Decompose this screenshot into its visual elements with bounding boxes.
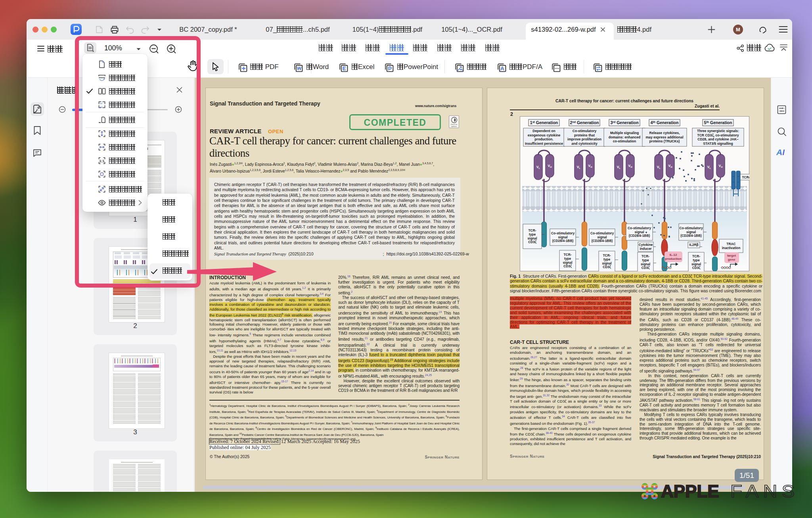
svg-text:signal: signal xyxy=(597,235,607,239)
svg-text:type: type xyxy=(564,257,571,261)
svg-text:target: target xyxy=(727,254,736,257)
svg-text:CD3ζ: CD3ζ xyxy=(603,265,611,269)
svg-text:type: type xyxy=(603,257,611,261)
svg-text:CD3ζ: CD3ζ xyxy=(563,264,572,268)
svg-text:TCRαβ: TCRαβ xyxy=(742,176,749,179)
svg-text:domains: enhanced: domains: enhanced xyxy=(609,135,641,139)
svg-text:production.: production. xyxy=(534,137,553,141)
svg-text:inducer: inducer xyxy=(640,247,652,251)
svg-text:signal: signal xyxy=(602,261,611,265)
svg-text:Cytokine: Cytokine xyxy=(639,243,653,247)
svg-text:TCR-: TCR- xyxy=(563,253,571,257)
svg-text:signal: signal xyxy=(641,262,650,266)
svg-text:CD3ζ: CD3ζ xyxy=(528,240,536,244)
svg-text:STAT3/5 signalling: STAT3/5 signalling xyxy=(703,142,733,146)
svg-text:TCR-: TCR- xyxy=(603,253,611,257)
svg-text:(CD28/4-1BB): (CD28/4-1BB) xyxy=(629,234,650,238)
svg-text:Co-stimulatory: Co-stimulatory xyxy=(551,231,575,235)
svg-text:co-stimulation: co-stimulation xyxy=(613,139,636,143)
svg-text:signal: signal xyxy=(691,262,701,266)
svg-text:gene: gene xyxy=(728,258,735,261)
svg-text:IL2Rβ: IL2Rβ xyxy=(689,243,698,247)
svg-text:Co-stimulatory: Co-stimulatory xyxy=(573,129,597,133)
svg-text:(CD28/4-1BB): (CD28/4-1BB) xyxy=(680,234,702,238)
svg-text:type: type xyxy=(529,232,536,236)
svg-text:type: type xyxy=(693,258,700,262)
svg-text:CD3ζ: CD3ζ xyxy=(692,266,701,270)
svg-text:TCR-: TCR- xyxy=(528,228,536,232)
svg-text:signal: signal xyxy=(563,261,572,265)
svg-text:signal: signal xyxy=(527,236,537,240)
svg-text:may express additional: may express additional xyxy=(645,135,683,139)
svg-text:(CD28/4-1BB): (CD28/4-1BB) xyxy=(592,239,613,243)
svg-text:CD3ζ: CD3ζ xyxy=(642,266,650,270)
svg-text:TCR-: TCR- xyxy=(642,254,649,258)
svg-text:TCR CD3ζ, co-stimulatory: TCR CD3ζ, co-stimulatory xyxy=(697,133,739,137)
svg-text:Dependent on: Dependent on xyxy=(532,129,555,133)
svg-text:Three synergistic signals:: Three synergistic signals: xyxy=(697,129,739,133)
svg-text:production: production xyxy=(665,257,682,261)
svg-text:proteins that: proteins that xyxy=(574,133,595,137)
svg-text:signal: signal xyxy=(634,230,644,234)
svg-text:TRAC: TRAC xyxy=(726,242,735,246)
svg-text:Co-stimulatory: Co-stimulatory xyxy=(679,226,703,230)
svg-text:exogenous cytokine: exogenous cytokine xyxy=(528,133,561,137)
svg-text:(CD28/4-1BB): (CD28/4-1BB) xyxy=(552,239,574,243)
svg-text:inactivation: inactivation xyxy=(722,246,741,250)
svg-text:Insufficient persistence: Insufficient persistence xyxy=(525,142,563,146)
svg-text:Multiple signaling: Multiple signaling xyxy=(610,131,639,135)
svg-text:signal: signal xyxy=(686,230,696,234)
svg-text:TCR-: TCR- xyxy=(692,254,700,258)
svg-text:and cytotoxicity: and cytotoxicity xyxy=(571,142,598,146)
svg-text:Release cytokines,: Release cytokines, xyxy=(649,131,680,135)
svg-text:IL-12: IL-12 xyxy=(670,253,677,257)
svg-text:Co-stimulatory: Co-stimulatory xyxy=(590,231,614,235)
svg-text:signal: signal xyxy=(558,235,567,239)
svg-text:type: type xyxy=(642,258,649,262)
svg-text:Co-stimulatory: Co-stimulatory xyxy=(628,226,651,230)
svg-text:proteins (TRUCKs): proteins (TRUCKs) xyxy=(649,139,680,143)
svg-text:improve proliferation: improve proliferation xyxy=(567,137,601,141)
svg-text:CD28, and cytokine JAK–: CD28, and cytokine JAK– xyxy=(697,137,739,141)
